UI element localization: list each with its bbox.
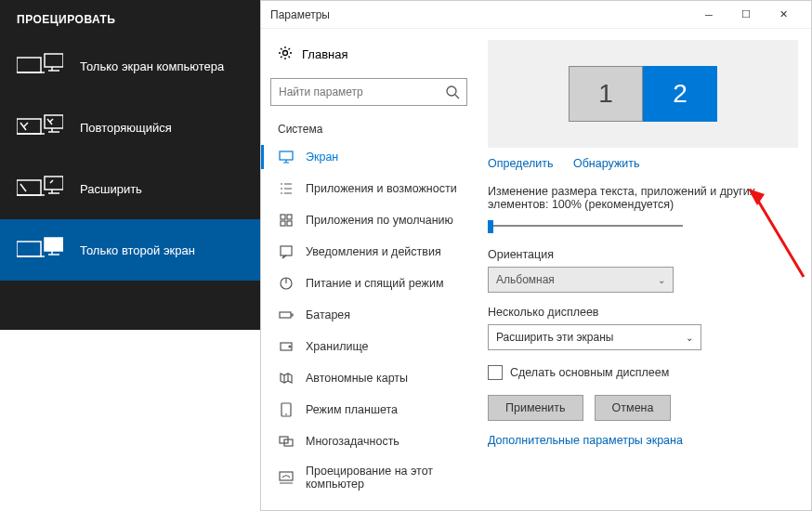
project-flyout: ПРОЕЦИРОВАТЬ Только экран компьютера Пов… xyxy=(0,0,260,330)
search-row xyxy=(270,78,467,106)
power-icon xyxy=(278,275,295,292)
svg-rect-7 xyxy=(45,238,63,251)
nav-item-apps[interactable]: Приложения и возможности xyxy=(270,173,475,204)
svg-rect-6 xyxy=(17,242,41,256)
nav-item-label: Режим планшета xyxy=(306,403,398,416)
project-item-label: Повторяющийся xyxy=(80,121,172,135)
svg-rect-17 xyxy=(280,312,291,318)
svg-rect-3 xyxy=(45,115,63,128)
svg-rect-2 xyxy=(17,119,41,134)
chevron-down-icon: ⌄ xyxy=(686,333,693,343)
nav-item-label: Питание и спящий режим xyxy=(306,277,443,290)
orientation-value: Альбомная xyxy=(496,273,555,286)
make-main-label: Сделать основным дисплеем xyxy=(510,366,669,379)
svg-rect-14 xyxy=(287,221,292,226)
pc-only-icon xyxy=(17,52,63,80)
duplicate-icon xyxy=(17,113,63,141)
multi-display-dropdown[interactable]: Расширить эти экраны ⌄ xyxy=(488,324,701,350)
nav-item-label: Уведомления и действия xyxy=(306,245,441,258)
nav-item-label: Автономные карты xyxy=(306,372,408,385)
advanced-display-link[interactable]: Дополнительные параметры экрана xyxy=(488,434,798,447)
monitor-2[interactable]: 2 xyxy=(643,66,717,122)
project-item-label: Только второй экран xyxy=(80,243,195,257)
close-button[interactable]: ✕ xyxy=(765,1,802,29)
nav-item-notifications[interactable]: Уведомления и действия xyxy=(270,236,475,268)
project-item-pc-only[interactable]: Только экран компьютера xyxy=(0,35,260,97)
svg-point-9 xyxy=(447,86,456,96)
multi-display-label: Несколько дисплеев xyxy=(488,306,798,319)
battery-icon xyxy=(278,307,295,323)
storage-icon xyxy=(278,338,295,355)
tablet-icon xyxy=(278,401,295,418)
svg-rect-18 xyxy=(281,343,292,350)
nav-item-label: Хранилище xyxy=(306,340,369,353)
chevron-down-icon: ⌄ xyxy=(658,275,665,285)
svg-rect-15 xyxy=(281,246,292,256)
svg-rect-4 xyxy=(17,180,41,195)
nav-item-tablet[interactable]: Режим планшета xyxy=(270,394,475,426)
nav-item-label: Проецирование на этот компьютер xyxy=(306,465,467,491)
grid-icon xyxy=(278,212,295,229)
nav-item-label: Экран xyxy=(306,151,338,164)
svg-point-8 xyxy=(283,51,288,56)
nav-item-power[interactable]: Питание и спящий режим xyxy=(270,268,475,299)
nav-item-display[interactable]: Экран xyxy=(270,141,475,173)
project-item-label: Только экран компьютера xyxy=(80,59,224,73)
project-item-duplicate[interactable]: Повторяющийся xyxy=(0,97,260,158)
nav-item-label: Приложения и возможности xyxy=(306,182,457,195)
orientation-label: Ориентация xyxy=(488,248,798,261)
svg-rect-12 xyxy=(287,215,292,219)
slider-thumb[interactable] xyxy=(488,220,493,233)
nav-home[interactable]: Главная xyxy=(270,38,475,71)
nav-item-storage[interactable]: Хранилище xyxy=(270,331,475,362)
nav-item-label: Приложения по умолчанию xyxy=(306,214,453,227)
nav-home-label: Главная xyxy=(302,47,347,61)
svg-rect-0 xyxy=(17,58,41,72)
notifications-icon xyxy=(278,243,295,260)
nav-item-default-apps[interactable]: Приложения по умолчанию xyxy=(270,204,475,236)
nav-item-label: Многозадачность xyxy=(306,435,399,448)
extend-icon xyxy=(17,175,63,203)
gear-icon xyxy=(278,46,293,63)
settings-window: Параметры ─ ☐ ✕ Главная xyxy=(260,0,812,511)
minimize-button[interactable]: ─ xyxy=(690,1,727,29)
orientation-dropdown[interactable]: Альбомная ⌄ xyxy=(488,267,674,293)
svg-rect-23 xyxy=(280,472,293,480)
monitor-1[interactable]: 1 xyxy=(569,66,643,122)
project-item-label: Расширить xyxy=(80,182,142,196)
svg-rect-5 xyxy=(45,177,63,190)
project-item-extend[interactable]: Расширить xyxy=(0,158,260,219)
second-only-icon xyxy=(17,236,63,264)
scale-slider[interactable] xyxy=(488,216,683,235)
settings-sidebar: Главная Система Экран Приложения и возмо… xyxy=(261,29,475,510)
titlebar: Параметры ─ ☐ ✕ xyxy=(261,1,811,29)
svg-point-19 xyxy=(289,346,291,347)
identify-link[interactable]: Определить xyxy=(488,157,553,170)
make-main-checkbox[interactable] xyxy=(488,365,503,380)
project-item-second-only[interactable]: Только второй экран xyxy=(0,219,260,281)
cancel-button[interactable]: Отмена xyxy=(595,395,672,421)
nav-item-battery[interactable]: Батарея xyxy=(270,299,475,331)
nav-item-multitask[interactable]: Многозадачность xyxy=(270,426,475,457)
multi-display-value: Расширить эти экраны xyxy=(496,331,613,344)
search-input[interactable] xyxy=(270,78,467,106)
detect-link[interactable]: Обнаружить xyxy=(573,157,640,170)
scale-label: Изменение размера текста, приложений и д… xyxy=(488,185,798,211)
window-title: Параметры xyxy=(270,8,690,21)
list-icon xyxy=(278,180,295,197)
nav-item-maps[interactable]: Автономные карты xyxy=(270,362,475,394)
project-title: ПРОЕЦИРОВАТЬ xyxy=(0,0,260,35)
svg-rect-13 xyxy=(281,221,285,226)
nav-item-projecting[interactable]: Проецирование на этот компьютер xyxy=(270,457,475,498)
nav-item-label: Батарея xyxy=(306,308,350,321)
svg-rect-10 xyxy=(280,151,293,160)
multitask-icon xyxy=(278,433,295,450)
projecting-icon xyxy=(278,469,295,486)
maximize-button[interactable]: ☐ xyxy=(727,1,765,29)
svg-rect-11 xyxy=(281,215,285,219)
maps-icon xyxy=(278,370,295,387)
apply-button[interactable]: Применить xyxy=(488,395,583,421)
monitor-arrangement[interactable]: 1 2 xyxy=(488,40,798,148)
display-settings-content: 1 2 Определить Обнаружить Изменение разм… xyxy=(475,29,811,510)
svg-rect-1 xyxy=(45,54,63,67)
